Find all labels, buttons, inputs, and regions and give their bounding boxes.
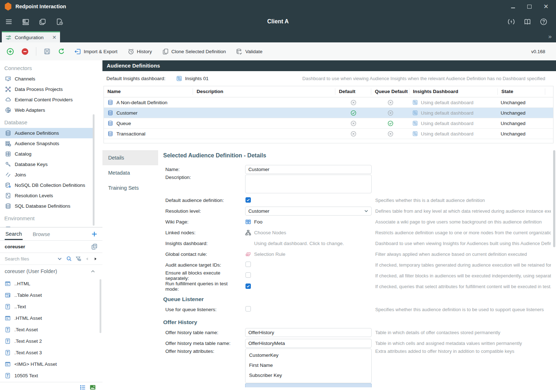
minimize-button[interactable] <box>510 4 516 9</box>
save-button[interactable] <box>43 48 51 55</box>
column-header-insights-dashboard[interactable]: Insights Dashboard <box>409 88 498 95</box>
table-row[interactable]: A Non-default Definition Using default d… <box>104 97 553 108</box>
row-default-toggle[interactable] <box>335 110 371 116</box>
file-list-item[interactable]: .HTML Asset <box>0 312 102 324</box>
details-tab-metadata[interactable]: Metadata <box>102 165 158 180</box>
default-audience-definition-checkbox[interactable] <box>245 197 251 203</box>
tab-browse[interactable]: Browse <box>32 229 51 239</box>
row-default-toggle[interactable] <box>335 120 371 126</box>
clone-definition-button[interactable]: Clone Selected Definition <box>162 48 226 55</box>
use-for-queue-listeners-checkbox[interactable] <box>245 306 251 312</box>
file-list-item[interactable]: .Text Asset 3 <box>0 347 102 358</box>
remove-button[interactable] <box>21 48 29 55</box>
hamburger-menu-icon[interactable] <box>5 18 13 26</box>
sidebar-item-sql-database-definitions[interactable]: SQL Database Definitions <box>0 201 93 211</box>
sidebar-item-resolution-levels[interactable]: Resolution Levels <box>0 190 93 201</box>
file-list-scrollbar[interactable] <box>100 279 101 333</box>
ensure-all-blocks-execute-separately-checkbox[interactable] <box>245 272 251 278</box>
row-default-toggle[interactable] <box>335 131 371 137</box>
sidebar-item-database-keys[interactable]: Database Keys <box>0 159 93 170</box>
sidebar-item-data-process-projects[interactable]: Data Process Projects <box>0 84 93 94</box>
linked-nodes-link[interactable]: Choose Nodes <box>245 230 372 236</box>
sidebar-item-web-adapters[interactable]: Web Adapters <box>0 105 93 115</box>
file-list-item[interactable]: <IMG> HTML Asset <box>0 358 102 370</box>
sidebar-item-nosql-db-collection-definitions[interactable]: NoSQL DB Collection Definitions <box>0 180 93 190</box>
tab-configuration[interactable]: Configuration ✕ <box>2 31 60 42</box>
sidebar-item-external-content-providers[interactable]: External Content Providers <box>0 94 93 105</box>
offer-history-attributes-listbox[interactable]: CustomerKeyFirst NameSubscriber Key <box>245 349 372 383</box>
global-contact-rule-link[interactable]: Selection Rule <box>245 251 372 257</box>
sidebar-item-audience-snapshots[interactable]: Audience Snapshots <box>0 138 93 149</box>
sidebar-item-catalog[interactable]: Catalog <box>0 149 93 159</box>
search-icon[interactable] <box>66 256 72 262</box>
refresh-button[interactable] <box>58 48 65 55</box>
file-list-item[interactable]: ..Text <box>0 301 102 312</box>
close-button[interactable]: ✕ <box>543 4 549 9</box>
column-header-state[interactable]: State <box>498 88 545 95</box>
listbox-item[interactable]: Subscriber Key <box>249 370 368 381</box>
sidebar-item-joins[interactable]: Joins <box>0 170 93 180</box>
column-header-default[interactable]: Default <box>335 88 371 95</box>
row-queue-default-toggle[interactable] <box>371 100 409 106</box>
image-view-icon[interactable] <box>89 384 96 391</box>
chevron-down-icon[interactable] <box>57 256 63 262</box>
sync-status-icon[interactable] <box>507 18 515 26</box>
description-field[interactable] <box>245 175 372 193</box>
clone-window-icon[interactable] <box>39 18 46 26</box>
column-header-description[interactable]: Description <box>193 88 335 95</box>
tab-overflow-chevrons-icon[interactable]: » <box>548 33 556 42</box>
file-list-item[interactable]: 10505 Text <box>0 370 102 381</box>
wiki-page-link[interactable]: Foo <box>245 219 372 225</box>
column-header-queue-default[interactable]: Queue Default <box>371 88 409 95</box>
sidebar-item-channels[interactable]: Channels <box>0 74 93 84</box>
file-list-item[interactable]: ..HTML <box>0 278 102 289</box>
history-button[interactable]: History <box>128 48 152 55</box>
resolution-level-select[interactable]: Customer <box>245 207 372 216</box>
chevron-up-icon[interactable] <box>90 269 96 274</box>
table-row[interactable]: Customer Using default dashboard Unchang… <box>104 108 553 118</box>
offer-history-meta-table-name-field[interactable] <box>245 339 372 348</box>
row-queue-default-toggle[interactable] <box>371 120 409 126</box>
clipped-input[interactable] <box>245 383 372 387</box>
table-row[interactable]: Transactional Using default dashboard Un… <box>104 129 553 139</box>
sidebar-item-environment-item[interactable] <box>0 224 93 227</box>
search-query-text[interactable]: coreuser <box>5 244 25 249</box>
prev-result-icon[interactable] <box>85 257 89 261</box>
name-field[interactable] <box>245 165 372 174</box>
insights-dashboard-link[interactable]: Using default dashboard. Click to change… <box>245 240 372 246</box>
row-default-toggle[interactable] <box>335 100 371 106</box>
table-row[interactable]: Queue Using default dashboard Unchanged <box>104 118 553 129</box>
list-view-icon[interactable] <box>79 384 86 391</box>
search-files-input[interactable]: Search files <box>5 256 53 262</box>
next-result-icon[interactable] <box>93 257 98 261</box>
documentation-book-icon[interactable] <box>524 18 531 26</box>
row-insights-dashboard[interactable]: Using default dashboard <box>409 100 498 105</box>
add-button[interactable] <box>6 48 14 55</box>
filter-icon[interactable] <box>75 256 81 262</box>
offer-history-table-name-field[interactable] <box>245 328 372 337</box>
tab-close-icon[interactable]: ✕ <box>52 35 56 40</box>
details-tab-details[interactable]: Details <box>102 150 158 165</box>
row-insights-dashboard[interactable]: Using default dashboard <box>409 131 498 137</box>
default-dashboard-value[interactable]: Insights 01 <box>176 75 208 82</box>
maximize-button[interactable] <box>527 4 532 9</box>
tab-search[interactable]: Search <box>5 228 23 240</box>
file-list-item[interactable]: .Text Asset <box>0 324 102 335</box>
row-insights-dashboard[interactable]: Using default dashboard <box>409 110 498 116</box>
validate-button[interactable]: Validate <box>236 48 262 55</box>
run-fulfillment-queries-in-test-mode-checkbox[interactable] <box>245 283 251 289</box>
sidebar-scrollbar[interactable] <box>93 114 95 226</box>
sidebar-item-audience-definitions[interactable]: Audience Definitions <box>0 128 93 138</box>
row-insights-dashboard[interactable]: Using default dashboard <box>409 120 498 126</box>
import-export-button[interactable]: Import & Export <box>74 48 118 55</box>
layout-view-icon[interactable] <box>22 18 29 26</box>
details-scrollbar[interactable] <box>553 150 555 247</box>
document-history-icon[interactable] <box>56 18 63 26</box>
help-icon[interactable] <box>540 18 547 26</box>
audit-audience-target-ids-checkbox[interactable] <box>245 262 251 267</box>
row-queue-default-toggle[interactable] <box>371 131 409 137</box>
listbox-item[interactable]: CustomerKey <box>249 350 368 360</box>
details-tab-training-sets[interactable]: Training Sets <box>102 180 158 195</box>
add-asset-icon[interactable] <box>91 231 98 237</box>
file-list-item[interactable]: .Text Asset 2 <box>0 335 102 347</box>
